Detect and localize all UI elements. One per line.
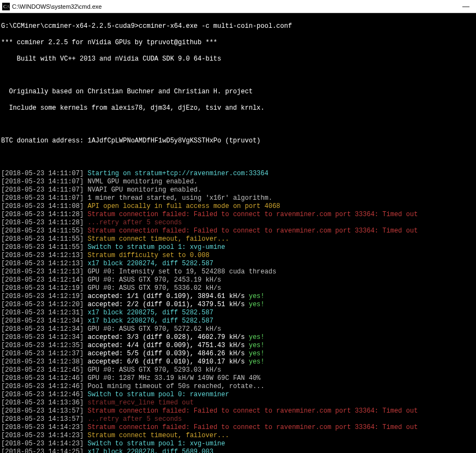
log-message: GPU #0: ASUS GTX 970, 5336.02 kH/s — [87, 284, 221, 292]
minimize-button[interactable]: — — [462, 2, 469, 10]
log-timestamp: [2018-05-23 14:12:13] — [1, 260, 84, 267]
log-timestamp: [2018-05-23 14:12:14] — [1, 276, 84, 284]
log-timestamp: [2018-05-23 14:12:31] — [1, 309, 84, 317]
log-timestamp: [2018-05-23 14:11:55] — [1, 243, 84, 251]
accepted-yes: yes! — [249, 293, 265, 300]
origin-line: Originally based on Christian Buchner an… — [1, 88, 475, 96]
include-line: Include some kernels from alexis78, djm3… — [1, 104, 475, 112]
log-line: [2018-05-23 14:11:07] 1 miner thread sta… — [1, 194, 475, 202]
log-timestamp: [2018-05-23 14:14:23] — [1, 424, 84, 431]
svg-text:C:\: C:\ — [3, 4, 10, 9]
log-message: Stratum connect timeout, failover... — [87, 235, 229, 243]
log-message: accepted: 2/2 (diff 0.011), 4379.51 kH/s — [87, 301, 245, 308]
log-timestamp: [2018-05-23 14:12:34] — [1, 325, 84, 333]
log-line: [2018-05-23 14:12:14] GPU #0: ASUS GTX 9… — [1, 276, 475, 284]
log-timestamp: [2018-05-23 14:11:08] — [1, 202, 84, 210]
log-line: [2018-05-23 14:12:20] accepted: 2/2 (dif… — [1, 301, 475, 309]
log-message: accepted: 1/1 (diff 0.109), 3894.61 kH/s — [87, 293, 245, 300]
built-line: Built with VC++ 2013 and nVidia CUDA SDK… — [1, 55, 475, 63]
log-timestamp: [2018-05-23 14:12:19] — [1, 284, 84, 292]
log-message: Switch to stratum pool 0: ravenminer — [87, 391, 229, 398]
log-timestamp: [2018-05-23 14:12:20] — [1, 301, 84, 308]
log-line: [2018-05-23 14:12:34] x17 block 2208276,… — [1, 317, 475, 325]
log-message: stratum_recv_line timed out — [87, 399, 193, 407]
log-message: API open locally in full access mode on … — [87, 202, 280, 210]
log-line: [2018-05-23 14:11:28] Stratum connection… — [1, 211, 475, 219]
log-line: [2018-05-23 14:14:23] Stratum connection… — [1, 424, 475, 432]
log-message: 1 miner thread started, using 'x16r' alg… — [87, 194, 272, 202]
log-line: [2018-05-23 14:12:19] GPU #0: ASUS GTX 9… — [1, 284, 475, 293]
version-line: *** ccminer 2.2.5 for nVidia GPUs by tpr… — [1, 39, 475, 47]
log-timestamp: [2018-05-23 14:11:55] — [1, 227, 84, 235]
log-message: Stratum connection failed: Failed to con… — [87, 424, 418, 431]
window-titlebar: C:\ C:\WINDOWS\system32\cmd.exe — — [0, 0, 476, 13]
log-timestamp: [2018-05-23 14:12:38] — [1, 358, 84, 366]
log-line: [2018-05-23 14:12:34] accepted: 3/3 (dif… — [1, 333, 475, 342]
log-message: GPU #0: ASUS GTX 970, 5272.62 kH/s — [87, 325, 221, 333]
log-timestamp: [2018-05-23 14:12:34] — [1, 317, 84, 325]
blank-line — [1, 153, 475, 162]
log-timestamp: [2018-05-23 14:11:07] — [1, 170, 84, 177]
accepted-yes: yes! — [249, 333, 265, 341]
log-message: accepted: 3/3 (diff 0.028), 4602.79 kH/s — [87, 333, 245, 341]
log-message: NVAPI GPU monitoring enabled. — [87, 186, 201, 194]
log-timestamp: [2018-05-23 14:11:28] — [1, 211, 84, 218]
accepted-yes: yes! — [249, 301, 265, 308]
log-message: Stratum difficulty set to 0.008 — [87, 252, 209, 259]
log-timestamp: [2018-05-23 14:11:07] — [1, 186, 84, 194]
log-message: x17 block 2208275, diff 5282.587 — [87, 309, 213, 317]
log-timestamp: [2018-05-23 14:12:19] — [1, 293, 84, 300]
log-message: Stratum connection failed: Failed to con… — [87, 407, 418, 415]
log-line: [2018-05-23 14:12:46] Pool mining timeou… — [1, 383, 475, 391]
log-line: [2018-05-23 14:12:19] accepted: 1/1 (dif… — [1, 293, 475, 301]
log-line: [2018-05-23 14:11:55] Switch to stratum … — [1, 243, 475, 252]
log-timestamp: [2018-05-23 14:12:34] — [1, 333, 84, 341]
terminal-output[interactable]: G:\CCMiner\ccminer-x64-2.2.5-cuda9>ccmin… — [0, 13, 476, 453]
log-timestamp: [2018-05-23 14:14:25] — [1, 448, 84, 453]
log-timestamp: [2018-05-23 14:12:46] — [1, 391, 84, 398]
log-message: Starting on stratum+tcp://ravenminer.com… — [87, 170, 268, 177]
log-line: [2018-05-23 14:12:31] x17 block 2208275,… — [1, 309, 475, 317]
log-line: [2018-05-23 14:11:07] Starting on stratu… — [1, 170, 475, 178]
log-message: Pool mining timeout of 50s reached, rota… — [87, 383, 264, 390]
log-timestamp: [2018-05-23 14:11:55] — [1, 235, 84, 243]
log-timestamp: [2018-05-23 14:13:36] — [1, 399, 84, 407]
log-line: [2018-05-23 14:12:35] accepted: 4/4 (dif… — [1, 342, 475, 350]
log-timestamp: [2018-05-23 14:12:13] — [1, 252, 84, 259]
cmd-prompt-line: G:\CCMiner\ccminer-x64-2.2.5-cuda9>ccmin… — [1, 22, 475, 31]
log-timestamp: [2018-05-23 14:12:13] — [1, 268, 84, 276]
log-line: [2018-05-23 14:12:13] x17 block 2208274,… — [1, 260, 475, 268]
accepted-yes: yes! — [249, 358, 265, 366]
log-message: GPU #0: 1287 MHz 33.19 kH/W 149W 69C FAN… — [87, 374, 260, 382]
log-line: [2018-05-23 14:13:36] stratum_recv_line … — [1, 399, 475, 407]
log-message: Stratum connection failed: Failed to con… — [87, 227, 418, 235]
cmd-icon: C:\ — [2, 3, 10, 10]
log-message: ...retry after 5 seconds — [87, 219, 182, 226]
log-message: x17 block 2208274, diff 5282.587 — [87, 260, 213, 267]
log-timestamp: [2018-05-23 14:12:45] — [1, 366, 84, 374]
log-line: [2018-05-23 14:12:46] Switch to stratum … — [1, 391, 475, 399]
log-message: GPU #0: Intensity set to 19, 524288 cuda… — [87, 268, 276, 276]
log-message: x17 block 2208278, diff 5689.003 — [87, 448, 213, 453]
log-timestamp: [2018-05-23 14:11:07] — [1, 194, 84, 202]
log-line: [2018-05-23 14:11:55] Stratum connection… — [1, 227, 475, 235]
log-line: [2018-05-23 14:14:23] Stratum connect ti… — [1, 432, 475, 440]
log-line: [2018-05-23 14:14:25] x17 block 2208278,… — [1, 448, 475, 453]
log-message: GPU #0: ASUS GTX 970, 5293.03 kH/s — [87, 366, 221, 374]
log-line: [2018-05-23 14:11:07] NVAPI GPU monitori… — [1, 186, 475, 194]
log-message: Stratum connection failed: Failed to con… — [87, 211, 418, 218]
log-timestamp: [2018-05-23 14:11:07] — [1, 178, 84, 186]
log-line: [2018-05-23 14:12:13] Stratum difficulty… — [1, 252, 475, 260]
log-line: [2018-05-23 14:11:08] API open locally i… — [1, 202, 475, 211]
log-message: accepted: 5/5 (diff 0.039), 4846.26 kH/s — [87, 350, 245, 357]
log-timestamp: [2018-05-23 14:12:35] — [1, 342, 84, 349]
log-message: Stratum connect timeout, failover... — [87, 432, 229, 439]
log-timestamp: [2018-05-23 14:13:57] — [1, 415, 84, 423]
accepted-yes: yes! — [249, 342, 265, 349]
log-line: [2018-05-23 14:12:37] accepted: 5/5 (dif… — [1, 350, 475, 358]
log-message: accepted: 6/6 (diff 0.010), 4910.17 kH/s — [87, 358, 245, 366]
log-message: ...retry after 5 seconds — [87, 415, 182, 423]
log-timestamp: [2018-05-23 14:14:23] — [1, 440, 84, 448]
log-message: GPU #0: ASUS GTX 970, 2453.19 kH/s — [87, 276, 221, 284]
log-line: [2018-05-23 14:13:57] ...retry after 5 s… — [1, 415, 475, 424]
